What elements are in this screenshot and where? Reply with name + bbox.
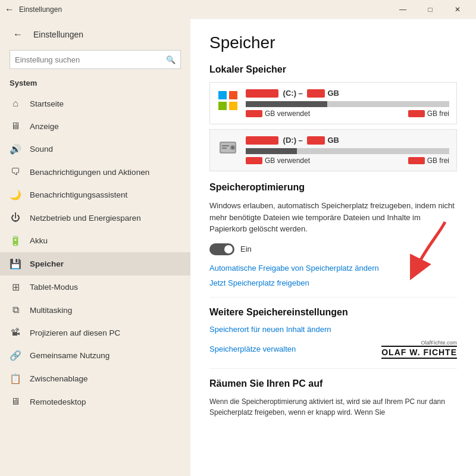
sidebar-item-label: Netzbetrieb und Energiesparen — [30, 214, 141, 223]
drive-d-progress-bg — [246, 148, 449, 154]
link-free-storage[interactable]: Jetzt Speicherplatz freigeben — [209, 278, 457, 287]
app-container: ← Einstellungen 🔍 System ⌂ Startseite 🖥 … — [0, 19, 476, 476]
search-box[interactable]: 🔍 — [10, 50, 181, 69]
drive-c-free-dot — [408, 110, 425, 117]
maximize-button[interactable]: □ — [416, 0, 444, 19]
drive-d-progress-fill — [246, 148, 297, 154]
drive-c-progress-fill — [246, 101, 327, 107]
titlebar-title: Einstellungen — [19, 5, 62, 14]
drive-c-title: (C:) – GB — [246, 89, 449, 98]
search-input[interactable] — [15, 55, 166, 64]
power-icon: ⏻ — [10, 212, 21, 223]
sidebar-header: ← Einstellungen — [0, 19, 190, 48]
sidebar-item-label: Startseite — [30, 99, 64, 108]
drive-c-icon — [217, 90, 239, 111]
minimize-button[interactable]: — — [389, 0, 416, 19]
svg-rect-0 — [218, 91, 227, 99]
sidebar-item-benachrichtigungsassistent[interactable]: 🌙 Benachrichtigungsassistent — [0, 183, 190, 206]
section-divider — [209, 297, 457, 298]
drive-c-used-dot — [246, 110, 262, 117]
sidebar-item-projizieren[interactable]: 📽 Projizieren auf diesen PC — [0, 321, 190, 344]
drive-d-free-label: GB frei — [427, 156, 449, 165]
sidebar-item-akku[interactable]: 🔋 Akku — [0, 229, 190, 252]
remote-icon: 🖥 — [10, 396, 21, 407]
sidebar-item-gemeinsam[interactable]: 🔗 Gemeinsame Nutzung — [0, 344, 190, 367]
sidebar-item-label: Remotedesktop — [30, 397, 86, 406]
drive-d-used: GB verwendet — [246, 156, 310, 165]
link-manage-storage[interactable]: Speicherplätze verwalten — [209, 345, 296, 353]
project-icon: 📽 — [10, 327, 21, 338]
drive-d-item[interactable]: (D:) – GB GB verwendet GB frei — [209, 129, 457, 171]
drive-c-size-redacted — [307, 89, 325, 98]
sidebar-item-remotedesktop[interactable]: 🖥 Remotedesktop — [0, 390, 190, 413]
storage-sense-toggle[interactable] — [209, 243, 234, 255]
svg-rect-2 — [218, 102, 227, 110]
content-area: Speicher Lokaler Speicher (C:) – GB — [190, 19, 476, 476]
sidebar-back-button[interactable]: ← — [10, 26, 26, 43]
drive-d-stats: GB verwendet GB frei — [246, 156, 449, 165]
toggle-label: Ein — [240, 245, 252, 253]
svg-point-7 — [231, 146, 234, 149]
drive-d-gb: GB — [327, 136, 339, 145]
drive-d-name-redacted — [246, 136, 278, 145]
sidebar: ← Einstellungen 🔍 System ⌂ Startseite 🖥 … — [0, 19, 190, 476]
drive-d-icon — [217, 137, 239, 158]
drive-d-used-dot — [246, 157, 262, 164]
sidebar-item-benachrichtigungen[interactable]: 🗨 Benachrichtigungen und Aktionen — [0, 161, 190, 183]
drive-c-free-label: GB frei — [427, 109, 449, 118]
drive-d-info: (D:) – GB GB verwendet GB frei — [246, 136, 449, 165]
sidebar-item-label: Projizieren auf diesen PC — [30, 328, 120, 337]
sidebar-app-title: Einstellungen — [33, 30, 83, 39]
toggle-knob — [224, 245, 233, 253]
sidebar-item-tablet[interactable]: ⊞ Tablet-Modus — [0, 275, 190, 299]
further-heading: Weitere Speichereinstellungen — [209, 307, 457, 318]
sound-icon: 🔊 — [10, 143, 21, 155]
sidebar-item-netzbetrieb[interactable]: ⏻ Netzbetrieb und Energiesparen — [0, 206, 190, 229]
storage-icon: 💾 — [10, 258, 21, 270]
svg-rect-9 — [222, 148, 227, 149]
tablet-icon: ⊞ — [10, 281, 21, 293]
drive-d-label: (D:) – — [281, 136, 305, 145]
sidebar-item-label: Benachrichtigungsassistent — [30, 190, 127, 199]
drive-d-size-redacted — [307, 136, 325, 145]
sidebar-item-label: Zwischenablage — [30, 374, 88, 383]
assistant-icon: 🌙 — [10, 189, 21, 201]
optimization-section: Speicheroptimierung Windows erlauben, au… — [209, 182, 457, 287]
back-icon[interactable]: ← — [5, 4, 14, 15]
drive-c-gb: GB — [327, 89, 339, 98]
titlebar: ← Einstellungen — □ ✕ — [0, 0, 476, 19]
drive-c-label: (C:) – — [281, 89, 305, 98]
drive-c-stats: GB verwendet GB frei — [246, 109, 449, 118]
manage-row: Speicherplätze verwalten OlafFichte.com … — [209, 340, 457, 359]
watermark-container: OlafFichte.com OLAF W. FICHTE — [381, 340, 457, 359]
optimization-heading: Speicheroptimierung — [209, 182, 457, 193]
link-change-storage[interactable]: Automatische Freigabe von Speicherplatz … — [209, 264, 457, 273]
link-storage-location[interactable]: Speicherort für neuen Inhalt ändern — [209, 325, 457, 334]
sidebar-item-label: Akku — [30, 236, 48, 245]
sidebar-item-sound[interactable]: 🔊 Sound — [0, 137, 190, 161]
sidebar-item-label: Tablet-Modus — [30, 283, 78, 292]
notification-icon: 🗨 — [10, 167, 21, 177]
local-storage-heading: Lokaler Speicher — [209, 64, 457, 75]
sidebar-item-zwischenablage[interactable]: 📋 Zwischenablage — [0, 367, 190, 390]
cleanup-section: Räumen Sie Ihren PC auf Wenn die Speiche… — [209, 378, 457, 418]
cleanup-desc: Wenn die Speicheroptimierung aktiviert i… — [209, 396, 457, 418]
drive-c-item[interactable]: (C:) – GB GB verwendet GB frei — [209, 82, 457, 124]
titlebar-left: ← Einstellungen — [5, 4, 62, 15]
sidebar-item-multitasking[interactable]: ⧉ Multitasking — [0, 299, 190, 321]
svg-rect-1 — [229, 91, 237, 99]
svg-rect-8 — [222, 145, 229, 146]
sidebar-item-label: Sound — [30, 145, 53, 154]
sidebar-item-startseite[interactable]: ⌂ Startseite — [0, 92, 190, 115]
battery-icon: 🔋 — [10, 235, 21, 246]
watermark-big: OLAF W. FICHTE — [381, 346, 457, 359]
home-icon: ⌂ — [10, 98, 21, 109]
sidebar-item-speicher[interactable]: 💾 Speicher — [0, 252, 190, 275]
watermark-small: OlafFichte.com — [381, 340, 457, 346]
close-button[interactable]: ✕ — [444, 0, 471, 19]
sidebar-item-label: Multitasking — [30, 306, 72, 315]
svg-rect-3 — [229, 102, 237, 110]
sidebar-item-anzeige[interactable]: 🖥 Anzeige — [0, 115, 190, 137]
sidebar-item-label: Benachrichtigungen und Aktionen — [30, 168, 149, 177]
sidebar-item-label: Speicher — [30, 259, 64, 268]
